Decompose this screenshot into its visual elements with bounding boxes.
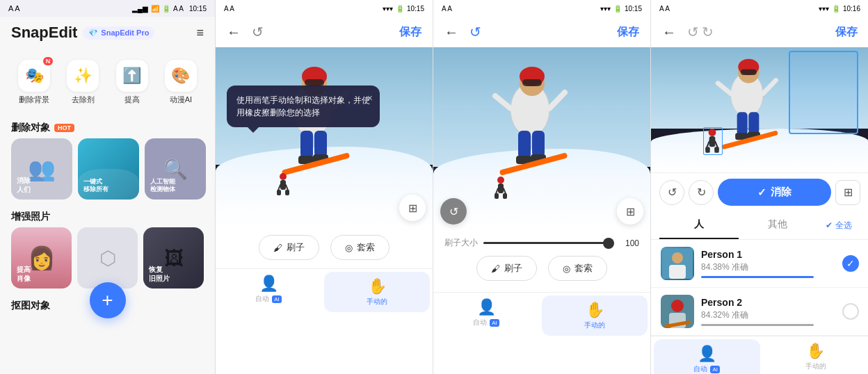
nav-auto-3[interactable]: 👤 自动 AI [433,293,539,339]
person1-image [662,248,693,279]
fab-add-button[interactable]: + [90,282,126,318]
enhance-section-title: 增强照片 [0,205,215,227]
bottom-nav-2: 👤 自动 AI ✋ 手动的 [216,268,433,315]
app-header: SnapEdit 💎 SnapEdit Pro ≡ [0,17,215,49]
person-list: Person 1 84.38% 准确 ✓ Person 2 [651,240,868,336]
feature-card-people[interactable]: 👥 消除人们 [11,138,72,200]
people-icon: 👥 [28,156,56,182]
nav-auto-wrap-4: 自动 AI [693,364,720,374]
remove-label: 删除对象 [11,122,50,134]
back-button-3[interactable]: ← [444,24,458,40]
menu-button[interactable]: ≡ [196,26,204,40]
small-person-4-svg [704,128,721,154]
tab-other-label: 其他 [768,218,787,229]
save-button-2[interactable]: 保存 [399,25,421,40]
enhance-label-1: 提高肖像 [17,265,31,283]
tab-other[interactable]: 其他 [739,211,818,239]
svg-rect-23 [518,131,531,158]
nav-manual-3[interactable]: ✋ 手动的 [542,295,648,336]
svg-rect-6 [300,131,313,158]
undo-button-2[interactable]: ↺ [252,24,264,40]
tool-enhance[interactable]: ⬆️ 提高 [109,54,155,111]
feature-card-detect[interactable]: 🔍 人工智能检测物体 [145,138,206,200]
person-info-2: Person 2 84.32% 准确 [701,297,835,326]
brush-tool-2[interactable]: 🖌 刷子 [259,235,319,260]
tool-grid: 🎭 N 删除背景 ✨ 去除剂 ⬆️ 提高 🎨 动漫AI [0,49,215,116]
brush-slider-3[interactable] [483,242,613,244]
enhance-card-placeholder[interactable]: ⬡ [77,227,138,288]
brush-icon-2: 🖌 [273,243,282,253]
svg-rect-37 [740,70,756,75]
svg-rect-32 [495,193,499,199]
save-button-4[interactable]: 保存 [835,25,858,40]
slider-thumb-3[interactable] [603,238,614,249]
nav-manual-text-3: 手动的 [584,320,605,330]
crop-button-3[interactable]: ⊞ [617,198,643,225]
redo-button-4[interactable]: ↻ [702,24,714,40]
new-badge: N [43,57,54,65]
tab-person[interactable]: 人 [659,211,739,239]
person-score-2: 84.32% 准确 [701,309,835,321]
undo-button-3[interactable]: ↺ [469,24,481,40]
svg-point-52 [672,252,683,263]
tooltip-popup: 使用画笔手动绘制和选择对象，并使用橡皮擦删除您的选择 × [227,86,380,127]
tool-remove-bg[interactable]: 🎭 N 删除背景 [11,54,57,111]
enhance-card-restore[interactable]: 🖼 恢复旧照片 [143,227,204,288]
s4-wifi: 🔋 [832,5,840,13]
snowboarder-figure-4 [715,54,785,158]
layout-button[interactable]: ⊞ [835,180,860,205]
status-icons-1: ▂▄▆ 📶 🔋 A A 10:15 [132,5,207,13]
status-bar-2: A A ▾▾▾ 🔋 10:15 [216,0,433,17]
save-button-3[interactable]: 保存 [617,25,639,40]
svg-rect-20 [522,79,542,86]
status-bar-1: A A ▂▄▆ 📶 🔋 A A 10:15 [0,0,215,17]
crop-button-2[interactable]: ⊞ [399,195,426,221]
undo-overlay-3[interactable]: ↺ [440,198,467,225]
back-button-2[interactable]: ← [227,24,241,40]
s4-icons: ▾▾▾ 🔋 10:16 [819,5,860,13]
pro-label: SnapEdit Pro [101,29,149,37]
erase-button[interactable]: ✓ 消除 [718,179,831,206]
image-area-3: ↺ ⊞ [433,47,650,231]
nav-auto-text-3: 自动 [473,318,487,327]
nav-auto-2[interactable]: 👤 自动 AI [216,269,321,315]
svg-rect-53 [669,265,686,279]
person2-image [661,295,694,328]
person-thumb-2 [661,295,694,328]
svg-rect-49 [705,147,710,153]
redo-action-btn[interactable]: ↻ [689,180,714,205]
feature-card-remove-all[interactable]: 一键式移除所有 [78,138,139,200]
lasso-icon-3: ◎ [563,263,570,274]
nav-manual-icon-2: ✋ [368,277,387,295]
checkbox-person-1[interactable]: ✓ [842,255,859,272]
s4-time: 10:16 [843,5,860,13]
remover-label: 去除剂 [72,95,95,105]
nav-manual-4[interactable]: ✋ 手动的 [763,336,869,374]
screen-header-4: ← ↺ ↻ 保存 [651,17,868,47]
enhance-label: 提高 [124,95,140,105]
person-item-1[interactable]: Person 1 84.38% 准确 ✓ [651,240,868,288]
undo-button-4[interactable]: ↺ [687,24,699,40]
wifi-icon: 📶 [151,5,159,13]
nav-manual-2[interactable]: ✋ 手动的 [324,272,430,312]
enhance-card-portrait[interactable]: 👩 提高肖像 [11,227,72,288]
screen-header-2: ← ↺ 保存 [216,17,433,47]
person-info-1: Person 1 84.38% 准确 [701,249,835,278]
undo-action-btn[interactable]: ↺ [659,180,684,205]
svg-point-55 [671,300,684,312]
checkbox-person-2[interactable] [842,303,859,320]
lasso-tool-3[interactable]: ◎ 套索 [548,256,607,281]
select-all-button[interactable]: ✔ 全选 [817,211,860,239]
remove-bg-icon: 🎭 [25,67,44,85]
scene-3 [433,47,650,231]
tool-remover[interactable]: ✨ 去除剂 [60,54,106,111]
brush-tool-3[interactable]: 🖌 刷子 [476,256,537,281]
tool-anime-ai[interactable]: 🎨 动漫AI [158,54,204,111]
ai-badge-3: AI [490,319,499,327]
person-item-2[interactable]: Person 2 84.32% 准确 [651,288,868,336]
lasso-tool-2[interactable]: ◎ 套索 [330,235,389,260]
tooltip-close-button[interactable]: × [367,91,373,106]
nav-auto-4[interactable]: 👤 自动 AI [654,339,760,374]
lasso-tool-label-3: 套索 [574,262,593,275]
back-button-4[interactable]: ← [662,24,676,40]
